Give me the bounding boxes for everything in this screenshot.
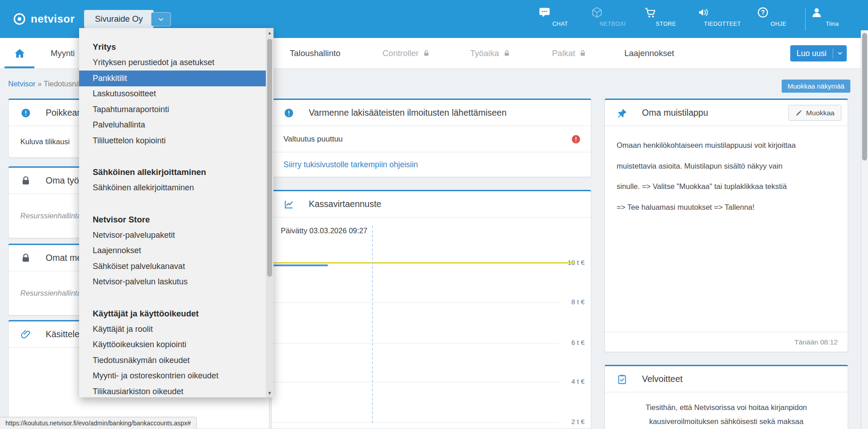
svg-text:?: ? xyxy=(761,9,765,16)
topbar-chat[interactable]: CHAT xyxy=(538,6,582,27)
menu-item-laajennokset[interactable]: Laajennokset xyxy=(79,243,266,259)
scroll-down-arrow[interactable]: ▼ xyxy=(266,388,274,397)
alert-bubble-icon xyxy=(20,108,31,118)
nav-item-myynti[interactable]: Myynti xyxy=(51,38,75,68)
netboxi-label: NETBOXI xyxy=(591,21,634,27)
netboxi-cube-icon xyxy=(591,6,634,19)
card-title: Kassavirtaennuste xyxy=(309,199,381,209)
netvisor-logo[interactable]: netvisor xyxy=(13,0,75,38)
menu-item-laskutusosoitteet[interactable]: Laskutusosoitteet xyxy=(79,86,266,102)
topbar-user[interactable]: Tiina xyxy=(811,6,854,27)
active-tab-underline xyxy=(5,66,34,68)
menu-item-palvelukanavat[interactable]: Sähköiset palvelukanavat xyxy=(79,259,266,274)
topbar-ohje[interactable]: ? OHJE xyxy=(757,6,800,27)
menu-item-perustiedot[interactable]: Yrityksen perustiedot ja asetukset xyxy=(79,55,266,71)
menu-item-sahkoinen-allekirjoittaminen[interactable]: Sähköinen allekirjoittaminen xyxy=(79,180,266,196)
menu-item-tilikausiarkiston-oikeudet[interactable]: Tilikausiarkiston oikeudet xyxy=(79,384,266,397)
company-selector-button[interactable]: Sivuraide Oy xyxy=(84,10,154,28)
browser-status-bar: https://koulutus.netvisor.fi/evo/admin/b… xyxy=(0,417,197,429)
menu-item-tiedotusnakyman-oikeudet[interactable]: Tiedotusnäkymän oikeudet xyxy=(79,353,266,368)
company-menu-list: Yritys Yrityksen perustiedot ja asetukse… xyxy=(79,28,266,397)
nav-home-tab[interactable] xyxy=(5,38,34,69)
user-icon xyxy=(811,6,854,19)
lock-icon xyxy=(20,253,31,264)
ohje-label: OHJE xyxy=(757,21,800,27)
breadcrumb-separator: » xyxy=(38,80,42,88)
create-new-button[interactable]: Luo uusi xyxy=(790,45,847,61)
card-title: Oma muistilappu xyxy=(642,108,708,118)
dropdown-scrollbar[interactable]: ▲ ▼ xyxy=(266,28,274,397)
memo-edit-button[interactable]: Muokkaa xyxy=(788,105,841,121)
menu-gap xyxy=(79,196,266,212)
menu-item-kayttooikeuksien-kopiointi[interactable]: Käyttöoikeuksien kopiointi xyxy=(79,337,266,353)
card-kassavirtaennuste: Kassavirtaennuste Päivätty 03.03.2026 09… xyxy=(271,190,591,429)
chat-label: CHAT xyxy=(538,21,582,27)
card-title: Varmenne lakisääteisten ilmoitusten lähe… xyxy=(309,108,507,118)
nav-label: Taloushallinto xyxy=(290,48,340,58)
help-icon: ? xyxy=(757,6,800,19)
topbar-tiedotteet[interactable]: TIEDOTTEET xyxy=(698,6,747,27)
velvoitteet-line: Tiesithän, että Netvisorissa voi hoitaa … xyxy=(618,401,834,415)
memo-timestamp: Tänään 08:12 xyxy=(605,332,848,352)
menu-section-heading: Netvisor Store xyxy=(79,212,266,228)
velvoitteet-line: kausiveroilmoituksen sähköisesti sekä ma… xyxy=(618,415,834,429)
chat-icon xyxy=(538,6,582,19)
menu-gap xyxy=(79,149,266,165)
card-varmenne: Varmenne lakisääteisten ilmoitusten lähe… xyxy=(271,99,591,177)
lock-icon xyxy=(20,175,31,186)
actual-series-line xyxy=(272,264,328,266)
nav-label: Työaika xyxy=(470,48,499,58)
nav-item-palkat: Palkat xyxy=(552,38,586,68)
nav-item-tyoaika: Työaika xyxy=(470,38,510,68)
page-scrollbar[interactable] xyxy=(861,30,868,429)
menu-item-palvelun-laskutus[interactable]: Netvisor-palvelun laskutus xyxy=(79,274,266,290)
breadcrumb-home-link[interactable]: Netvisor xyxy=(8,80,36,88)
topbar-separator xyxy=(805,8,806,31)
nav-item-taloushallinto[interactable]: Taloushallinto xyxy=(290,38,340,68)
menu-item-palvelupaketit[interactable]: Netvisor-palvelupaketit xyxy=(79,227,266,243)
topbar-netboxi[interactable]: NETBOXI xyxy=(591,6,634,27)
pushpin-icon xyxy=(617,108,627,118)
lock-icon xyxy=(579,50,586,57)
menu-item-tapahtumaraportointi[interactable]: Tapahtumaraportointi xyxy=(79,102,266,118)
netvisor-logo-icon xyxy=(13,12,26,26)
menu-item-tililuettelon-kopiointi[interactable]: Tililuettelon kopiointi xyxy=(79,133,266,149)
status-text: Valtuutus puuttuu xyxy=(283,135,343,144)
y-axis-tick: 4 t € xyxy=(553,377,585,385)
chart-icon xyxy=(283,199,294,210)
y-axis-tick: 6 t € xyxy=(553,339,585,346)
menu-item-palveluhallinta[interactable]: Palveluhallinta xyxy=(79,118,266,133)
memo-line: Omaan henkilökohtaiseen muistilappuusi v… xyxy=(617,135,836,156)
authorization-status-row: Valtuutus puuttuu xyxy=(272,126,591,152)
gridline xyxy=(272,382,559,382)
company-menu-dropdown: Yritys Yrityksen perustiedot ja asetukse… xyxy=(79,28,274,397)
menu-section-heading: Sähköinen allekirjoittaminen xyxy=(79,165,266,180)
today-marker-line xyxy=(372,226,373,423)
menu-item-reskontrien-oikeudet[interactable]: Myynti- ja ostoreskontrien oikeudet xyxy=(79,368,266,384)
memo-text[interactable]: Omaan henkilökohtaiseen muistilappuusi v… xyxy=(605,126,848,217)
lock-icon xyxy=(503,50,510,57)
lock-icon xyxy=(423,50,430,57)
support-site-link[interactable]: Siirry tukisivustolle tarkempiin ohjeisi… xyxy=(272,152,591,177)
scroll-up-arrow[interactable]: ▲ xyxy=(266,28,274,37)
memo-line: sinulle. => Valitse "Muokkaa" tai tuplak… xyxy=(617,176,836,197)
nav-label: Myynti xyxy=(51,48,75,58)
menu-section-heading: Käyttäjät ja käyttöoikeudet xyxy=(79,306,266,322)
card-header: Kassavirtaennuste xyxy=(272,191,591,217)
card-velvoitteet: Velvoitteet Tiesithän, että Netvisorissa… xyxy=(604,365,848,429)
topbar-store[interactable]: STORE xyxy=(644,6,688,27)
nav-item-laajennokset[interactable]: Laajennokset xyxy=(624,38,674,68)
nav-label: Laajennokset xyxy=(624,48,674,58)
menu-item-pankkitilit[interactable]: Pankkitilit xyxy=(79,71,266,86)
page-scrollbar-thumb[interactable] xyxy=(862,33,867,160)
y-axis-tick: 8 t € xyxy=(553,298,585,306)
tiedotteet-label: TIEDOTTEET xyxy=(698,21,747,27)
edit-view-button[interactable]: Muokkaa näkymää xyxy=(782,80,850,93)
create-new-label: Luo uusi xyxy=(790,49,833,58)
menu-item-kayttajat-ja-roolit[interactable]: Käyttäjät ja roolit xyxy=(79,321,266,337)
gridline xyxy=(272,422,559,423)
brand-text: netvisor xyxy=(31,13,75,25)
menu-section-heading: Yritys xyxy=(79,39,266,55)
company-caret-button[interactable] xyxy=(151,12,171,26)
scrollbar-thumb[interactable] xyxy=(267,39,272,277)
